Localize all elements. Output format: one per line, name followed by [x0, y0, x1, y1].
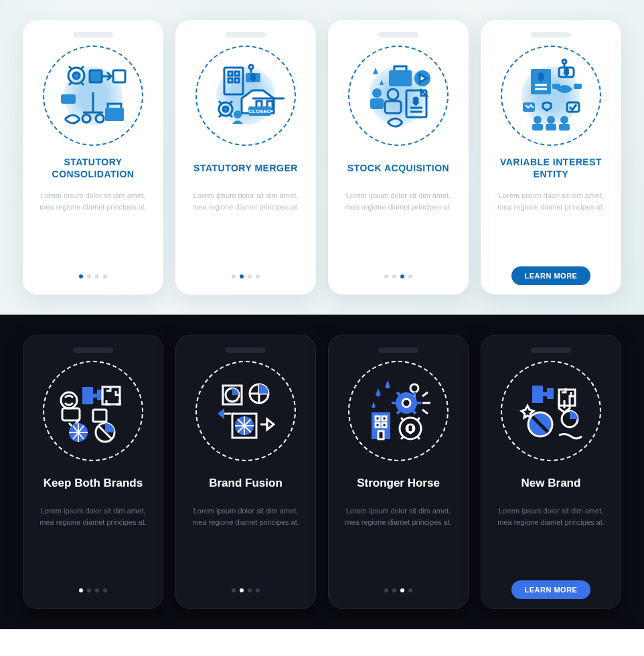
dot[interactable]	[392, 274, 396, 278]
dot[interactable]	[103, 588, 107, 592]
phone-card: Stronger Horse Lorem ipsum dolor sit dim…	[328, 335, 469, 609]
page-dots	[232, 274, 260, 278]
dot[interactable]	[256, 274, 260, 278]
learn-more-button[interactable]: LEARN MORE	[511, 266, 591, 285]
dot[interactable]	[232, 588, 236, 592]
phone-notch	[73, 32, 113, 37]
phone-notch	[378, 32, 418, 37]
svg-point-41	[560, 116, 568, 124]
svg-rect-40	[546, 124, 556, 131]
svg-point-13	[249, 65, 253, 69]
merger-icon: $ CLOSED	[195, 46, 296, 146]
card-title: STOCK ACQUISITION	[347, 155, 449, 181]
svg-rect-59	[382, 416, 386, 420]
dot[interactable]	[95, 274, 99, 278]
dot[interactable]	[248, 588, 252, 592]
dot[interactable]	[400, 588, 404, 592]
svg-point-22	[372, 88, 382, 98]
page-dots	[384, 588, 412, 592]
svg-rect-61	[382, 423, 386, 427]
stock-icon: $	[348, 46, 449, 146]
dot[interactable]	[400, 274, 404, 278]
svg-rect-48	[93, 410, 106, 422]
onboarding-row-light: STATUTORY CONSOLIDATION Lorem ipsum dolo…	[0, 0, 644, 315]
phone-notch	[531, 32, 571, 37]
dot[interactable]	[240, 274, 244, 278]
card-title: STATUTORY MERGER	[193, 155, 298, 181]
phone-card: Keep Both Brands Lorem ipsum dolor sit d…	[23, 335, 163, 609]
dot[interactable]	[392, 588, 396, 592]
card-description: Lorem ipsum dolor sit dim amet, mea regi…	[185, 505, 306, 527]
svg-point-18	[223, 106, 228, 112]
phone-card: $ STOCK ACQUISITION Lorem ipsum dolor si…	[328, 20, 469, 295]
consolidation-icon	[43, 46, 143, 146]
dot[interactable]	[232, 274, 236, 278]
card-title: VARIABLE INTEREST ENTITY	[490, 155, 612, 181]
svg-rect-65	[559, 390, 575, 406]
dot[interactable]	[256, 588, 260, 592]
dot[interactable]	[87, 274, 91, 278]
svg-rect-9	[228, 78, 232, 82]
vie-icon: $ $	[501, 46, 601, 146]
onboarding-row-dark: Keep Both Brands Lorem ipsum dolor sit d…	[0, 315, 644, 629]
dot[interactable]	[384, 274, 388, 278]
phone-notch	[378, 347, 418, 353]
svg-rect-8	[235, 72, 239, 76]
new-brand-icon	[501, 361, 601, 461]
svg-point-37	[534, 116, 542, 124]
card-description: Lorem ipsum dolor sit dim amet, mea regi…	[337, 190, 459, 212]
dot[interactable]	[408, 274, 412, 278]
dot[interactable]	[79, 274, 83, 278]
svg-point-56	[402, 399, 410, 407]
svg-rect-45	[62, 408, 80, 420]
closed-badge: CLOSED	[248, 108, 271, 114]
dot[interactable]	[384, 588, 388, 592]
learn-more-button[interactable]: LEARN MORE	[511, 580, 591, 599]
svg-text:$: $	[414, 96, 418, 106]
svg-text:$: $	[251, 74, 255, 81]
phone-card: $ $	[481, 20, 621, 295]
stronger-horse-icon	[348, 361, 449, 461]
svg-rect-34	[574, 84, 582, 89]
keep-brands-icon	[43, 361, 143, 461]
brand-fusion-icon	[195, 361, 296, 461]
svg-rect-2	[90, 70, 102, 82]
svg-rect-7	[228, 72, 232, 76]
dot[interactable]	[79, 588, 83, 592]
svg-rect-10	[235, 78, 239, 82]
card-description: Lorem ipsum dolor sit dim amet, mea regi…	[491, 505, 611, 527]
dot[interactable]	[95, 588, 99, 592]
dot[interactable]	[248, 274, 252, 278]
svg-rect-58	[376, 416, 380, 420]
svg-rect-4	[61, 94, 76, 104]
svg-point-19	[234, 110, 242, 118]
phone-notch	[531, 347, 571, 353]
card-title: Stronger Horse	[357, 471, 440, 496]
card-description: Lorem ipsum dolor sit dim amet, mea regi…	[32, 190, 154, 212]
card-description: Lorem ipsum dolor sit dim amet, mea regi…	[490, 190, 612, 212]
card-description: Lorem ipsum dolor sit dim amet, mea regi…	[33, 505, 153, 527]
svg-point-1	[73, 72, 80, 79]
card-title: STATUTORY CONSOLIDATION	[32, 155, 154, 181]
page-dots	[384, 274, 412, 278]
page-dots	[79, 274, 107, 278]
phone-card: New Brand Lorem ipsum dolor sit dim amet…	[481, 335, 621, 609]
svg-rect-3	[113, 70, 125, 82]
card-description: Lorem ipsum dolor sit dim amet, mea regi…	[338, 505, 459, 527]
phone-notch	[226, 32, 266, 37]
phone-notch	[73, 347, 113, 353]
card-description: Lorem ipsum dolor sit dim amet, mea regi…	[185, 190, 307, 212]
svg-rect-20	[389, 70, 412, 86]
dot[interactable]	[408, 588, 412, 592]
card-title: New Brand	[521, 471, 581, 496]
svg-rect-62	[378, 431, 384, 439]
svg-point-32	[562, 60, 566, 64]
dot[interactable]	[103, 274, 107, 278]
dot[interactable]	[240, 588, 244, 592]
svg-point-54	[410, 384, 418, 392]
svg-rect-23	[370, 98, 384, 109]
svg-rect-33	[552, 84, 560, 89]
svg-rect-5	[105, 108, 124, 121]
svg-rect-42	[559, 124, 570, 131]
dot[interactable]	[87, 588, 91, 592]
